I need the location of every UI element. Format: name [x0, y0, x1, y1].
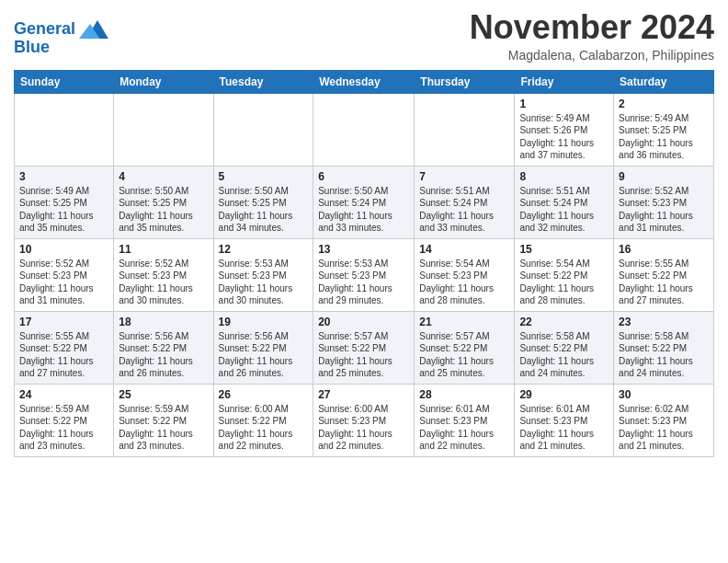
day-number: 20: [318, 316, 409, 328]
day-info: Sunrise: 5:52 AM Sunset: 5:23 PM Dayligh…: [619, 185, 709, 235]
calendar-week-row: 24Sunrise: 5:59 AM Sunset: 5:22 PM Dayli…: [15, 384, 714, 456]
logo-icon: [79, 15, 108, 44]
weekday-header: Saturday: [614, 70, 714, 93]
day-number: 16: [619, 243, 709, 256]
calendar-cell: 24Sunrise: 5:59 AM Sunset: 5:22 PM Dayli…: [15, 384, 114, 456]
calendar-cell: 5Sunrise: 5:50 AM Sunset: 5:25 PM Daylig…: [213, 166, 313, 238]
calendar-cell: 10Sunrise: 5:52 AM Sunset: 5:23 PM Dayli…: [15, 238, 114, 311]
day-number: 13: [318, 243, 409, 256]
day-info: Sunrise: 5:57 AM Sunset: 5:22 PM Dayligh…: [419, 330, 509, 380]
day-number: 1: [519, 98, 609, 110]
day-info: Sunrise: 6:01 AM Sunset: 5:23 PM Dayligh…: [519, 403, 609, 453]
day-number: 30: [619, 388, 709, 401]
day-info: Sunrise: 5:54 AM Sunset: 5:22 PM Dayligh…: [519, 258, 609, 307]
calendar-cell: [415, 93, 515, 166]
calendar-week-row: 1Sunrise: 5:49 AM Sunset: 5:26 PM Daylig…: [15, 93, 714, 166]
calendar-week-row: 10Sunrise: 5:52 AM Sunset: 5:23 PM Dayli…: [15, 238, 714, 311]
calendar-table: SundayMondayTuesdayWednesdayThursdayFrid…: [14, 70, 714, 457]
calendar-cell: 4Sunrise: 5:50 AM Sunset: 5:25 PM Daylig…: [114, 166, 213, 238]
day-info: Sunrise: 6:02 AM Sunset: 5:23 PM Dayligh…: [619, 403, 709, 453]
calendar-week-row: 3Sunrise: 5:49 AM Sunset: 5:25 PM Daylig…: [15, 166, 714, 238]
page-header: General Blue November 2024 Magdalena, Ca…: [14, 9, 714, 63]
day-info: Sunrise: 6:01 AM Sunset: 5:23 PM Dayligh…: [419, 403, 509, 453]
day-number: 29: [519, 388, 609, 401]
day-info: Sunrise: 5:54 AM Sunset: 5:23 PM Dayligh…: [419, 258, 509, 307]
weekday-header: Thursday: [415, 70, 515, 93]
day-number: 10: [19, 243, 108, 256]
day-number: 21: [419, 316, 509, 328]
day-number: 7: [419, 170, 509, 183]
calendar-cell: 13Sunrise: 5:53 AM Sunset: 5:23 PM Dayli…: [313, 238, 415, 311]
day-number: 27: [318, 388, 409, 401]
day-info: Sunrise: 5:49 AM Sunset: 5:26 PM Dayligh…: [519, 112, 609, 162]
day-info: Sunrise: 5:56 AM Sunset: 5:22 PM Dayligh…: [119, 330, 208, 380]
day-number: 8: [519, 170, 609, 183]
calendar-cell: 15Sunrise: 5:54 AM Sunset: 5:22 PM Dayli…: [515, 238, 614, 311]
day-info: Sunrise: 5:55 AM Sunset: 5:22 PM Dayligh…: [619, 258, 709, 307]
day-number: 3: [19, 170, 108, 183]
day-number: 14: [419, 243, 509, 256]
day-number: 4: [119, 170, 208, 183]
calendar-cell: 30Sunrise: 6:02 AM Sunset: 5:23 PM Dayli…: [614, 384, 714, 456]
calendar-cell: 7Sunrise: 5:51 AM Sunset: 5:24 PM Daylig…: [415, 166, 515, 238]
day-info: Sunrise: 5:56 AM Sunset: 5:22 PM Dayligh…: [219, 330, 309, 380]
day-info: Sunrise: 5:52 AM Sunset: 5:23 PM Dayligh…: [19, 258, 108, 307]
calendar-cell: 9Sunrise: 5:52 AM Sunset: 5:23 PM Daylig…: [614, 166, 714, 238]
calendar-cell: [114, 93, 213, 166]
calendar-cell: 26Sunrise: 6:00 AM Sunset: 5:22 PM Dayli…: [213, 384, 313, 456]
day-info: Sunrise: 5:51 AM Sunset: 5:24 PM Dayligh…: [419, 185, 509, 235]
calendar-header-row: SundayMondayTuesdayWednesdayThursdayFrid…: [15, 70, 714, 93]
logo-blue-text: Blue: [14, 39, 50, 57]
day-info: Sunrise: 6:00 AM Sunset: 5:22 PM Dayligh…: [219, 403, 309, 453]
day-number: 12: [219, 243, 309, 256]
day-number: 9: [619, 170, 709, 183]
day-info: Sunrise: 5:50 AM Sunset: 5:25 PM Dayligh…: [119, 185, 208, 235]
calendar-cell: [213, 93, 313, 166]
location: Magdalena, Calabarzon, Philippines: [470, 48, 714, 63]
day-number: 2: [619, 98, 709, 110]
day-info: Sunrise: 5:53 AM Sunset: 5:23 PM Dayligh…: [219, 258, 309, 307]
day-info: Sunrise: 5:50 AM Sunset: 5:24 PM Dayligh…: [318, 185, 409, 235]
calendar-cell: 12Sunrise: 5:53 AM Sunset: 5:23 PM Dayli…: [213, 238, 313, 311]
day-number: 6: [318, 170, 409, 183]
calendar-cell: [313, 93, 415, 166]
day-info: Sunrise: 5:58 AM Sunset: 5:22 PM Dayligh…: [619, 330, 709, 380]
day-info: Sunrise: 5:59 AM Sunset: 5:22 PM Dayligh…: [19, 403, 108, 453]
month-title: November 2024: [470, 9, 714, 46]
calendar-cell: 23Sunrise: 5:58 AM Sunset: 5:22 PM Dayli…: [614, 311, 714, 384]
day-number: 23: [619, 316, 709, 328]
calendar-cell: 19Sunrise: 5:56 AM Sunset: 5:22 PM Dayli…: [213, 311, 313, 384]
calendar-cell: 11Sunrise: 5:52 AM Sunset: 5:23 PM Dayli…: [114, 238, 213, 311]
day-number: 15: [519, 243, 609, 256]
day-number: 26: [219, 388, 309, 401]
calendar-cell: 6Sunrise: 5:50 AM Sunset: 5:24 PM Daylig…: [313, 166, 415, 238]
calendar-cell: 8Sunrise: 5:51 AM Sunset: 5:24 PM Daylig…: [515, 166, 614, 238]
calendar-cell: 16Sunrise: 5:55 AM Sunset: 5:22 PM Dayli…: [614, 238, 714, 311]
day-info: Sunrise: 5:49 AM Sunset: 5:25 PM Dayligh…: [19, 185, 108, 235]
weekday-header: Monday: [114, 70, 213, 93]
calendar-cell: 17Sunrise: 5:55 AM Sunset: 5:22 PM Dayli…: [15, 311, 114, 384]
day-info: Sunrise: 5:58 AM Sunset: 5:22 PM Dayligh…: [519, 330, 609, 380]
day-number: 24: [19, 388, 108, 401]
day-info: Sunrise: 5:50 AM Sunset: 5:25 PM Dayligh…: [219, 185, 309, 235]
calendar-cell: 2Sunrise: 5:49 AM Sunset: 5:25 PM Daylig…: [614, 93, 714, 166]
day-info: Sunrise: 5:53 AM Sunset: 5:23 PM Dayligh…: [318, 258, 409, 307]
calendar-cell: 21Sunrise: 5:57 AM Sunset: 5:22 PM Dayli…: [415, 311, 515, 384]
day-number: 19: [219, 316, 309, 328]
logo: General Blue: [14, 15, 108, 57]
day-number: 18: [119, 316, 208, 328]
calendar-cell: 22Sunrise: 5:58 AM Sunset: 5:22 PM Dayli…: [515, 311, 614, 384]
day-number: 22: [519, 316, 609, 328]
calendar-cell: 20Sunrise: 5:57 AM Sunset: 5:22 PM Dayli…: [313, 311, 415, 384]
logo-text: General: [14, 20, 75, 39]
calendar-cell: 14Sunrise: 5:54 AM Sunset: 5:23 PM Dayli…: [415, 238, 515, 311]
day-info: Sunrise: 6:00 AM Sunset: 5:23 PM Dayligh…: [318, 403, 409, 453]
weekday-header: Friday: [515, 70, 614, 93]
title-block: November 2024 Magdalena, Calabarzon, Phi…: [470, 9, 714, 63]
calendar-cell: 18Sunrise: 5:56 AM Sunset: 5:22 PM Dayli…: [114, 311, 213, 384]
day-info: Sunrise: 5:51 AM Sunset: 5:24 PM Dayligh…: [519, 185, 609, 235]
day-info: Sunrise: 5:55 AM Sunset: 5:22 PM Dayligh…: [19, 330, 108, 380]
day-number: 11: [119, 243, 208, 256]
calendar-cell: 29Sunrise: 6:01 AM Sunset: 5:23 PM Dayli…: [515, 384, 614, 456]
day-info: Sunrise: 5:59 AM Sunset: 5:22 PM Dayligh…: [119, 403, 208, 453]
